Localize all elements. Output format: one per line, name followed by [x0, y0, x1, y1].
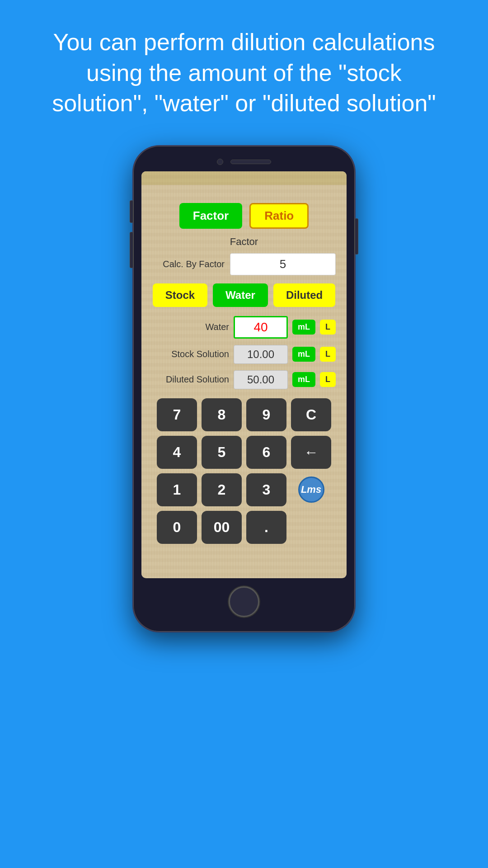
diluted-solution-row: Diluted Solution 50.00 mL L — [152, 370, 336, 389]
ratio-button[interactable]: Ratio — [249, 203, 309, 229]
stock-button[interactable]: Stock — [153, 283, 207, 307]
side-button-right — [355, 218, 358, 255]
header-text: You can perform dilution calculations us… — [0, 0, 488, 137]
mode-buttons: Factor Ratio — [152, 203, 336, 229]
diluted-button[interactable]: Diluted — [273, 283, 335, 307]
numpad-0[interactable]: 0 — [157, 511, 197, 544]
stock-l-button[interactable]: L — [320, 347, 336, 362]
top-strip — [141, 171, 347, 185]
numpad-9[interactable]: 9 — [246, 398, 286, 431]
diluted-l-button[interactable]: L — [320, 372, 336, 387]
numpad-6[interactable]: 6 — [246, 436, 286, 469]
numpad-dot[interactable]: . — [246, 511, 286, 544]
factor-button[interactable]: Factor — [179, 203, 242, 229]
diluted-solution-input[interactable]: 50.00 — [234, 370, 288, 389]
section-label: Factor — [152, 236, 336, 248]
stock-ml-button[interactable]: mL — [292, 347, 315, 362]
calc-by-factor-input[interactable]: 5 — [230, 253, 336, 275]
water-l-button[interactable]: L — [320, 320, 336, 335]
water-row: Water 40 mL L — [152, 316, 336, 339]
logo-button[interactable]: Lms — [298, 476, 324, 503]
diluted-solution-label: Diluted Solution — [152, 374, 229, 385]
power-btn — [355, 218, 358, 255]
stock-solution-row: Stock Solution 10.00 mL L — [152, 345, 336, 364]
stock-solution-input[interactable]: 10.00 — [234, 345, 288, 364]
numpad-empty — [291, 511, 331, 544]
numpad-7[interactable]: 7 — [157, 398, 197, 431]
screen-content: Factor Ratio Factor Calc. By Factor 5 St… — [141, 194, 347, 555]
water-ml-button[interactable]: mL — [292, 320, 315, 335]
front-camera — [217, 159, 223, 165]
water-button[interactable]: Water — [213, 283, 268, 307]
speaker — [230, 160, 271, 164]
phone-screen: Factor Ratio Factor Calc. By Factor 5 St… — [141, 171, 347, 578]
phone-top-bar — [141, 154, 347, 171]
numpad-00[interactable]: 00 — [202, 511, 242, 544]
calc-by-factor-row: Calc. By Factor 5 — [152, 253, 336, 275]
numpad-4[interactable]: 4 — [157, 436, 197, 469]
numpad-1[interactable]: 1 — [157, 473, 197, 506]
home-button[interactable] — [229, 586, 259, 617]
stock-solution-label: Stock Solution — [152, 349, 229, 359]
phone-mockup: Factor Ratio Factor Calc. By Factor 5 St… — [0, 146, 488, 632]
water-label: Water — [152, 322, 229, 332]
phone-bottom — [141, 578, 347, 623]
numpad-8[interactable]: 8 — [202, 398, 242, 431]
logo-container: Lms — [291, 473, 331, 506]
volume-down-btn — [130, 232, 133, 268]
side-buttons-left — [130, 200, 133, 268]
water-input[interactable]: 40 — [234, 316, 288, 339]
volume-up-btn — [130, 200, 133, 223]
backspace-icon: ← — [304, 444, 319, 461]
numpad-2[interactable]: 2 — [202, 473, 242, 506]
numpad-3[interactable]: 3 — [246, 473, 286, 506]
numpad: 7 8 9 C 4 5 6 ← 1 2 3 — [152, 398, 336, 544]
numpad-backspace[interactable]: ← — [291, 436, 331, 469]
numpad-5[interactable]: 5 — [202, 436, 242, 469]
phone-frame: Factor Ratio Factor Calc. By Factor 5 St… — [133, 146, 355, 632]
calc-by-factor-label: Calc. By Factor — [152, 259, 225, 269]
diluted-ml-button[interactable]: mL — [292, 372, 315, 387]
numpad-clear[interactable]: C — [291, 398, 331, 431]
solution-buttons: Stock Water Diluted — [152, 283, 336, 307]
